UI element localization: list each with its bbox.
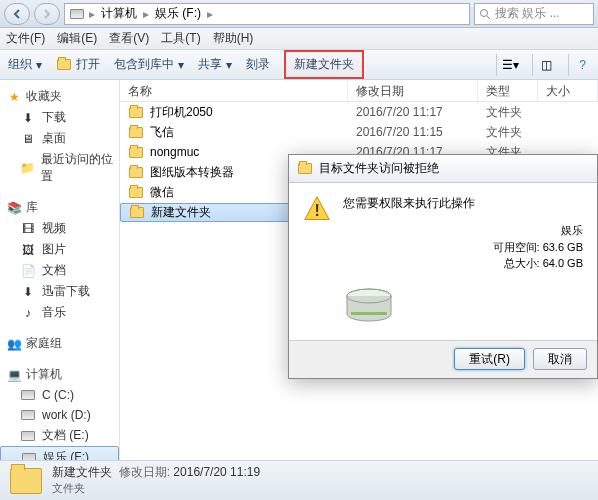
file-row[interactable]: 打印机20502016/7/20 11:17文件夹: [120, 102, 598, 122]
sidebar: ★收藏夹 ⬇下载 🖥桌面 📁最近访问的位置 📚库 🎞视频 🖼图片 📄文档 ⬇迅雷…: [0, 80, 120, 460]
homegroup-header[interactable]: 👥家庭组: [0, 333, 119, 354]
recent-icon: 📁: [20, 160, 35, 176]
search-box[interactable]: 搜索 娱乐 ...: [474, 3, 594, 25]
share-button[interactable]: 共享 ▾: [198, 56, 232, 73]
drive-c[interactable]: C (C:): [0, 385, 119, 405]
help-button[interactable]: ?: [568, 54, 590, 76]
toolbar: 组织 ▾ 打开 包含到库中 ▾ 共享 ▾ 刻录 新建文件夹 ☰▾ ◫ ?: [0, 50, 598, 80]
access-denied-dialog: 目标文件夹访问被拒绝 ! 您需要权限来执行此操作 娱乐 可用空间: 63.6 G…: [288, 154, 598, 379]
sidebar-desktop[interactable]: 🖥桌面: [0, 128, 119, 149]
search-icon: [479, 8, 491, 20]
folder-icon: [129, 187, 143, 198]
folder-icon: [298, 163, 312, 174]
svg-point-0: [481, 9, 488, 16]
sidebar-thunder[interactable]: ⬇迅雷下载: [0, 281, 119, 302]
file-name: 微信: [150, 184, 174, 201]
file-date: 2016/7/20 11:17: [348, 105, 478, 119]
sidebar-music[interactable]: ♪音乐: [0, 302, 119, 323]
libraries-header[interactable]: 📚库: [0, 197, 119, 218]
file-name: 新建文件夹: [151, 204, 211, 221]
file-name: nongmuc: [150, 145, 199, 159]
computer-header[interactable]: 💻计算机: [0, 364, 119, 385]
file-name: 打印机2050: [150, 104, 213, 121]
drive-icon: [70, 9, 84, 19]
menu-help[interactable]: 帮助(H): [213, 30, 254, 47]
file-type: 文件夹: [478, 124, 538, 141]
thunder-icon: ⬇: [20, 284, 36, 300]
file-date: 2016/7/20 11:15: [348, 125, 478, 139]
menu-tools[interactable]: 工具(T): [161, 30, 200, 47]
drive-e[interactable]: 文档 (E:): [0, 425, 119, 446]
file-name: 图纸版本转换器: [150, 164, 234, 181]
forward-button[interactable]: [34, 3, 60, 25]
retry-button[interactable]: 重试(R): [454, 348, 525, 370]
document-icon: 📄: [20, 263, 36, 279]
folder-icon: [129, 107, 143, 118]
folder-icon: [130, 207, 144, 218]
folder-icon: [129, 167, 143, 178]
favorites-header[interactable]: ★收藏夹: [0, 86, 119, 107]
col-date[interactable]: 修改日期: [348, 80, 478, 101]
svg-rect-6: [351, 312, 387, 315]
titlebar: ▸ 计算机 ▸ 娱乐 (F:) ▸ 搜索 娱乐 ...: [0, 0, 598, 28]
sidebar-documents[interactable]: 📄文档: [0, 260, 119, 281]
burn-button[interactable]: 刻录: [246, 56, 270, 73]
address-bar[interactable]: ▸ 计算机 ▸ 娱乐 (F:) ▸: [64, 3, 470, 25]
view-button[interactable]: ☰▾: [496, 54, 518, 76]
svg-text:!: !: [314, 202, 319, 219]
sidebar-downloads[interactable]: ⬇下载: [0, 107, 119, 128]
sidebar-videos[interactable]: 🎞视频: [0, 218, 119, 239]
menu-edit[interactable]: 编辑(E): [57, 30, 97, 47]
details-name: 新建文件夹: [52, 465, 112, 479]
star-icon: ★: [6, 89, 22, 105]
music-icon: ♪: [20, 305, 36, 321]
svg-line-1: [487, 16, 490, 19]
details-pane: 新建文件夹 修改日期: 2016/7/20 11:19 文件夹: [0, 460, 598, 500]
folder-icon-large: [10, 468, 42, 494]
hdd-icon: [343, 286, 395, 328]
file-name: 飞信: [150, 124, 174, 141]
file-row[interactable]: 飞信2016/7/20 11:15文件夹: [120, 122, 598, 142]
dialog-message: 您需要权限来执行此操作: [343, 195, 583, 212]
dialog-total-size: 总大小: 64.0 GB: [343, 255, 583, 272]
picture-icon: 🖼: [20, 242, 36, 258]
homegroup-icon: 👥: [6, 336, 22, 352]
video-icon: 🎞: [20, 221, 36, 237]
crumb-folder[interactable]: 娱乐 (F:): [153, 5, 203, 22]
file-type: 文件夹: [478, 104, 538, 121]
desktop-icon: 🖥: [20, 131, 36, 147]
open-button[interactable]: 打开: [56, 56, 100, 73]
sidebar-pictures[interactable]: 🖼图片: [0, 239, 119, 260]
column-headers[interactable]: 名称 修改日期 类型 大小: [120, 80, 598, 102]
search-placeholder: 搜索 娱乐 ...: [495, 5, 560, 22]
details-date: 2016/7/20 11:19: [173, 465, 260, 479]
col-type[interactable]: 类型: [478, 80, 538, 101]
organize-button[interactable]: 组织 ▾: [8, 56, 42, 73]
folder-icon: [129, 127, 143, 138]
details-date-label: 修改日期:: [119, 465, 170, 479]
drive-f[interactable]: 娱乐 (F:): [0, 446, 119, 460]
col-size[interactable]: 大小: [538, 80, 598, 101]
menu-view[interactable]: 查看(V): [109, 30, 149, 47]
dialog-drive-name: 娱乐: [343, 222, 583, 239]
col-name[interactable]: 名称: [120, 80, 348, 101]
dialog-free-space: 可用空间: 63.6 GB: [343, 239, 583, 256]
dialog-titlebar[interactable]: 目标文件夹访问被拒绝: [289, 155, 597, 183]
include-button[interactable]: 包含到库中 ▾: [114, 56, 184, 73]
crumb-computer[interactable]: 计算机: [99, 5, 139, 22]
back-button[interactable]: [4, 3, 30, 25]
computer-icon: 💻: [6, 367, 22, 383]
preview-pane-button[interactable]: ◫: [532, 54, 554, 76]
library-icon: 📚: [6, 200, 22, 216]
dialog-title: 目标文件夹访问被拒绝: [319, 160, 439, 177]
details-type: 文件夹: [52, 481, 260, 496]
download-icon: ⬇: [20, 110, 36, 126]
drive-d[interactable]: work (D:): [0, 405, 119, 425]
menu-file[interactable]: 文件(F): [6, 30, 45, 47]
warning-icon: !: [303, 195, 331, 223]
menubar: 文件(F) 编辑(E) 查看(V) 工具(T) 帮助(H): [0, 28, 598, 50]
new-folder-button[interactable]: 新建文件夹: [284, 50, 364, 79]
folder-icon: [129, 147, 143, 158]
sidebar-recent[interactable]: 📁最近访问的位置: [0, 149, 119, 187]
cancel-button[interactable]: 取消: [533, 348, 587, 370]
